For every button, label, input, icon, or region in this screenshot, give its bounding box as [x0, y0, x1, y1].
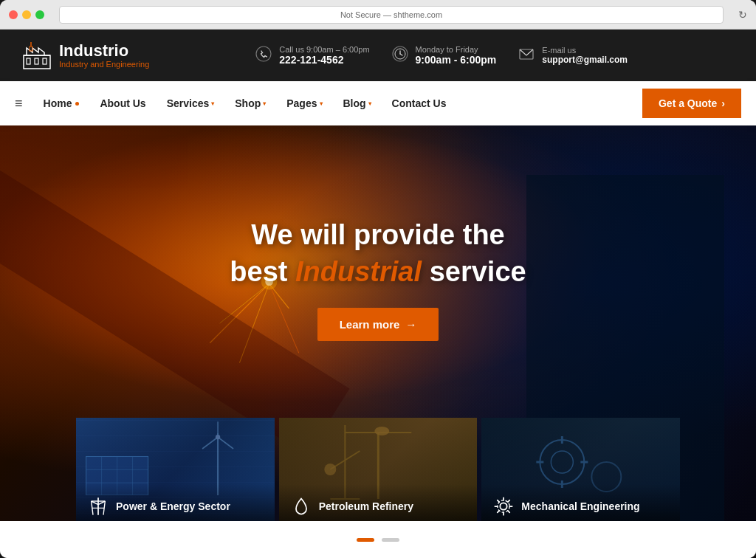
- gear-icon: [493, 496, 514, 517]
- hero-title-italic: Industrial: [295, 256, 422, 287]
- hours-label: Monday to Friday: [416, 45, 497, 54]
- brand-tagline: Industry and Engineering: [59, 60, 149, 69]
- nav-item-home[interactable]: Home: [35, 92, 89, 115]
- card-petroleum[interactable]: Petroleum Refinery: [279, 418, 478, 521]
- nav-item-pages[interactable]: Pages ▾: [278, 92, 331, 115]
- petroleum-drop-icon: [291, 496, 312, 517]
- card-petroleum-title: Petroleum Refinery: [319, 500, 413, 512]
- power-tower-icon: [88, 496, 109, 517]
- brand-name: Industrio: [59, 42, 149, 60]
- card-power[interactable]: Power & Energy Sector: [76, 418, 275, 521]
- nav-label-shop: Shop: [235, 97, 261, 109]
- svg-line-37: [98, 501, 105, 505]
- card-mechanical-overlay: Mechanical Engineering: [481, 484, 680, 521]
- hero-title-line2-prefix: best: [230, 256, 295, 287]
- svg-rect-1: [27, 58, 30, 64]
- minimize-button[interactable]: [22, 10, 31, 19]
- browser-chrome: Not Secure — shtheme.com ↻: [0, 0, 756, 30]
- phone-contact: Call us 9:00am – 6:00pm 222-121-4562: [255, 45, 369, 66]
- phone-number: 222-121-4562: [279, 54, 369, 66]
- quote-label: Get a Quote: [659, 97, 717, 109]
- email-detail: E-mail us support@gmail.com: [542, 46, 628, 65]
- svg-point-46: [374, 427, 389, 435]
- svg-rect-3: [43, 58, 47, 64]
- email-icon: [518, 46, 535, 66]
- svg-line-36: [92, 501, 98, 505]
- hero-title-line1: We will provide the: [251, 219, 504, 250]
- hero-title: We will provide the best Industrial serv…: [230, 217, 526, 290]
- home-dot: [75, 102, 79, 106]
- card-power-overlay: Power & Energy Sector: [76, 484, 275, 521]
- svg-line-31: [202, 437, 218, 449]
- learn-more-label: Learn more: [340, 318, 400, 331]
- top-bar: Industrio Industry and Engineering Call …: [0, 30, 756, 81]
- nav-links: Home About Us Services ▾ Shop ▾: [35, 92, 642, 115]
- browser-window: Not Secure — shtheme.com ↻ In: [0, 0, 756, 558]
- svg-line-11: [400, 54, 402, 55]
- traffic-lights: [9, 10, 44, 19]
- quote-arrow: ›: [721, 97, 725, 109]
- service-cards-row: Power & Energy Sector: [0, 418, 756, 521]
- hours-contact: Monday to Friday 9:00am - 6:00pm: [392, 45, 497, 66]
- svg-point-49: [540, 440, 585, 484]
- nav-label-services: Services: [167, 97, 210, 109]
- nav-label-blog: Blog: [343, 97, 366, 109]
- slider-dot-2[interactable]: [382, 538, 399, 542]
- logo-icon: [22, 41, 52, 70]
- phone-icon: [255, 46, 272, 66]
- card-mechanical-title: Mechanical Engineering: [521, 500, 639, 512]
- svg-rect-2: [35, 58, 38, 64]
- quote-button[interactable]: Get a Quote ›: [642, 89, 741, 118]
- white-section: [0, 521, 756, 558]
- website-content: Industrio Industry and Engineering Call …: [0, 30, 756, 558]
- contact-items: Call us 9:00am – 6:00pm 222-121-4562: [149, 45, 734, 66]
- nav-item-blog[interactable]: Blog ▾: [334, 92, 380, 115]
- clock-icon: [392, 46, 408, 66]
- close-button[interactable]: [9, 10, 18, 19]
- svg-point-48: [324, 464, 336, 475]
- hero-title-suffix: service: [422, 256, 526, 287]
- nav-item-services[interactable]: Services ▾: [158, 92, 224, 115]
- shop-arrow: ▾: [263, 100, 266, 107]
- svg-point-50: [551, 451, 574, 473]
- svg-point-7: [256, 46, 271, 61]
- maximize-button[interactable]: [35, 10, 44, 19]
- svg-point-56: [501, 503, 507, 509]
- learn-more-arrow: →: [405, 318, 416, 331]
- email-address: support@gmail.com: [542, 55, 628, 65]
- refresh-button[interactable]: ↻: [738, 9, 747, 21]
- phone-label: Call us 9:00am – 6:00pm: [279, 45, 369, 54]
- learn-more-button[interactable]: Learn more →: [317, 308, 439, 341]
- nav-bar: ≡ Home About Us Services ▾ Shop: [0, 81, 756, 125]
- pages-arrow: ▾: [320, 100, 323, 107]
- services-arrow: ▾: [211, 100, 214, 107]
- address-text: Not Secure — shtheme.com: [340, 10, 442, 19]
- slider-dot-1[interactable]: [357, 538, 374, 542]
- nav-item-contact[interactable]: Contact Us: [383, 92, 456, 115]
- email-label: E-mail us: [542, 46, 628, 55]
- nav-label-home: Home: [44, 97, 72, 109]
- card-power-title: Power & Energy Sector: [116, 500, 230, 512]
- nav-label-pages: Pages: [286, 97, 317, 109]
- hours-value: 9:00am - 6:00pm: [416, 54, 497, 66]
- nav-item-about[interactable]: About Us: [91, 92, 154, 115]
- logo-area: Industrio Industry and Engineering: [22, 41, 149, 70]
- email-contact: E-mail us support@gmail.com: [518, 46, 628, 66]
- blog-arrow: ▾: [368, 100, 371, 107]
- hamburger-menu[interactable]: ≡: [15, 96, 23, 111]
- svg-line-32: [218, 437, 233, 449]
- svg-point-34: [216, 435, 220, 439]
- card-mechanical[interactable]: Mechanical Engineering: [481, 418, 680, 521]
- nav-label-contact: Contact Us: [392, 97, 447, 109]
- logo-text-area: Industrio Industry and Engineering: [59, 42, 149, 69]
- card-petroleum-overlay: Petroleum Refinery: [279, 484, 478, 521]
- hero-section: We will provide the best Industrial serv…: [0, 125, 756, 521]
- hero-content: We will provide the best Industrial serv…: [0, 125, 756, 418]
- hours-detail: Monday to Friday 9:00am - 6:00pm: [416, 45, 497, 66]
- phone-detail: Call us 9:00am – 6:00pm 222-121-4562: [279, 45, 369, 66]
- nav-item-shop[interactable]: Shop ▾: [226, 92, 275, 115]
- nav-label-about: About Us: [100, 97, 145, 109]
- address-bar[interactable]: Not Secure — shtheme.com: [59, 6, 724, 24]
